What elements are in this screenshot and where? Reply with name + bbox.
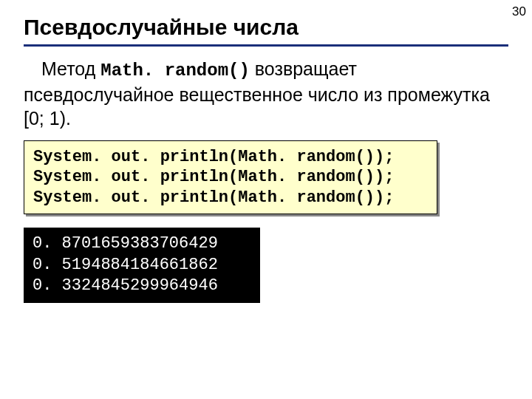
output-line: 0. 5194884184661862 <box>33 255 251 276</box>
code-example: System. out. println(Math. random()); Sy… <box>24 140 437 215</box>
output-line: 0. 3324845299964946 <box>33 276 251 297</box>
slide-content: Псевдослучайные числа Метод Math. random… <box>0 0 532 303</box>
body-paragraph: Метод Math. random() возвращает псевдосл… <box>24 57 508 130</box>
code-line: System. out. println(Math. random()); <box>33 188 428 208</box>
body-part1: Метод <box>41 58 100 79</box>
output-example: 0. 8701659383706429 0. 5194884184661862 … <box>24 228 260 303</box>
method-name: Math. random() <box>100 61 250 81</box>
code-line: System. out. println(Math. random()); <box>33 167 428 188</box>
output-line: 0. 8701659383706429 <box>33 233 251 255</box>
page-number: 30 <box>512 4 526 19</box>
code-line: System. out. println(Math. random()); <box>33 147 428 168</box>
page-title: Псевдослучайные числа <box>24 15 508 47</box>
